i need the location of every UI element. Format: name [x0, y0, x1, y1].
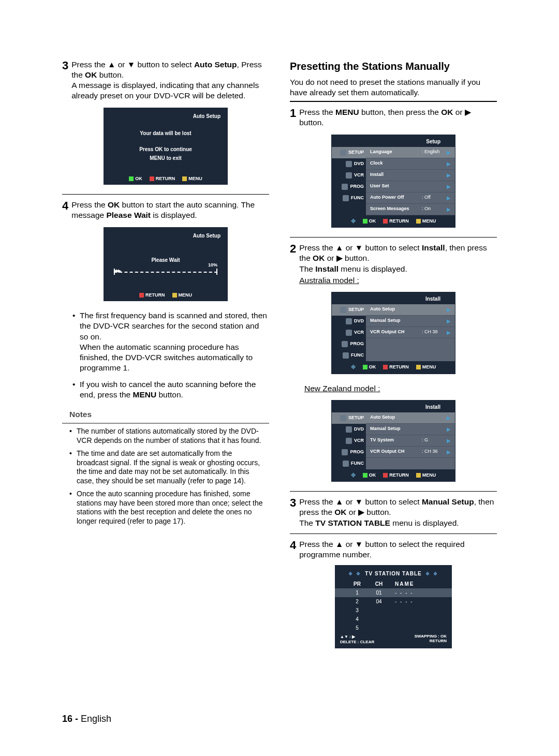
osd-menu-row: VCR Output CH: CH 38▶	[366, 327, 455, 338]
divider	[290, 533, 497, 534]
osd-footer: ✥ OK RETURN MENU	[332, 361, 455, 374]
osd-menu-row: VCR Output CH: CH 36▶	[366, 447, 455, 458]
osd-menu-row: Clock▶	[366, 158, 455, 170]
table-row: 4	[335, 615, 452, 624]
osd-footer: OK RETURN MENU	[104, 173, 228, 185]
osd-menu-row: Manual Setup▶	[366, 316, 455, 327]
down-icon: ▼	[355, 243, 363, 252]
left-column: 3 Press the ▲ or ▼ button to select Auto…	[62, 60, 269, 648]
osd-line: Please Wait	[111, 257, 220, 263]
step-number: 3	[290, 497, 296, 528]
table-title: ❖ ❖ TV STATION TABLE ❖ ❖	[335, 568, 452, 580]
osd-menu-row: User Set▶	[366, 181, 455, 192]
progress-bar: 10% ▶▶▶	[114, 268, 217, 273]
return-icon	[150, 176, 154, 181]
osd-tab: DVD	[332, 316, 366, 327]
nav-icon: ✥	[351, 218, 356, 225]
osd-tab: PROG	[332, 447, 366, 458]
bullet-list: The first frequency band is scanned and …	[72, 310, 269, 400]
step-number: 4	[62, 200, 68, 220]
menu-icon	[172, 293, 177, 298]
nav-icon: ✥	[351, 364, 356, 370]
divider	[62, 194, 269, 195]
progress-percent: 10%	[208, 262, 217, 269]
osd-setup-menu: Setup SETUPDVDVCRPROGFUNC Language: Engl…	[331, 135, 455, 228]
osd-line: Press OK to continue	[111, 146, 220, 153]
osd-please-wait: Auto Setup Please Wait 10% ▶▶▶ RETURN ME…	[104, 227, 228, 302]
table-row: 5	[335, 624, 452, 632]
osd-menu-row: Auto Setup▶	[366, 412, 455, 424]
osd-tab: SETUP	[332, 304, 366, 316]
bullet-item: If you wish to cancel the auto scanning …	[72, 379, 269, 400]
osd-tab: SETUP	[332, 147, 366, 158]
osd-title: Auto Setup	[111, 232, 220, 239]
table-row: 204- - - -	[335, 597, 452, 606]
osd-menu-row: Install▶	[366, 170, 455, 181]
page-footer: 16 - English	[62, 713, 111, 725]
divider	[290, 237, 497, 238]
left-step-3: 3 Press the ▲ or ▼ button to select Auto…	[62, 60, 269, 101]
menu-icon	[416, 219, 421, 224]
osd-tab: FUNC	[332, 350, 366, 361]
up-icon: ▲	[335, 243, 343, 252]
down-icon: ▼	[127, 60, 135, 69]
notes-heading: Notes	[69, 409, 269, 420]
right-step-3: 3 Press the ▲ or ▼ button to select Manu…	[290, 497, 497, 528]
text: button to select	[135, 60, 194, 69]
osd-menu-row: TV System: G▶	[366, 435, 455, 447]
text: Press the	[71, 200, 108, 209]
text-bold: OK	[108, 200, 120, 209]
menu-icon	[182, 176, 187, 181]
osd-menu-row: Manual Setup▶	[366, 424, 455, 435]
osd-tab: DVD	[332, 424, 366, 435]
down-icon: ▼	[355, 540, 363, 549]
osd-title: Install	[332, 401, 455, 412]
table-row: 101- - - -	[335, 588, 452, 597]
osd-footer: ✥ OK RETURN MENU	[332, 215, 455, 228]
table-row: 3	[335, 606, 452, 615]
text-bold: OK	[85, 70, 97, 79]
text: or	[115, 60, 127, 69]
osd-menu-row: Auto Setup▶	[366, 304, 455, 316]
down-icon: ▼	[355, 497, 363, 506]
up-icon: ▲	[108, 60, 115, 69]
bullet-item: The first frequency band is scanned and …	[72, 310, 269, 373]
right-icon: ▶	[358, 508, 364, 516]
model-label: New Zealand model :	[304, 383, 497, 394]
osd-tab: PROG	[332, 338, 366, 350]
text: button.	[97, 70, 124, 79]
step-number: 3	[62, 60, 68, 101]
table-footer: ▲▼ : ▶ DELETE : CLEAR SWAPPING : OK RETU…	[335, 632, 452, 646]
osd-footer: RETURN MENU	[104, 289, 228, 302]
osd-line: MENU to exit	[111, 155, 220, 161]
intro-text: You do not need to preset the stations m…	[290, 77, 497, 98]
right-icon: ▶	[336, 254, 343, 262]
osd-tab: VCR	[332, 435, 366, 447]
right-column: Presetting the Stations Manually You do …	[290, 60, 497, 648]
osd-menu-row: Screen Messages: On▶	[366, 204, 455, 215]
osd-tab: DVD	[332, 158, 366, 170]
right-step-4: 4 Press the ▲ or ▼ button to select the …	[290, 539, 497, 560]
text: is displayed.	[151, 211, 197, 219]
text: Press the	[71, 60, 108, 69]
osd-title: Install	[332, 292, 455, 304]
note-item: The number of stations automatically sto…	[67, 427, 264, 445]
table-header: PR CH NAME	[335, 580, 452, 588]
right-icon: ▶	[465, 108, 471, 116]
right-step-1: 1 Press the MENU button, then press the …	[290, 107, 497, 128]
left-step-4: 4 Press the OK button to start the auto …	[62, 200, 269, 220]
osd-install-newzealand: Install SETUPDVDVCRPROGFUNC Auto Setup▶M…	[331, 400, 455, 482]
osd-tab: FUNC	[332, 458, 366, 469]
osd-install-australia: Install SETUPDVDVCRPROGFUNC Auto Setup▶M…	[331, 292, 455, 374]
note-item: Once the auto scanning procedure has fin…	[67, 490, 264, 526]
step-number: 1	[290, 107, 296, 128]
step-number: 4	[290, 539, 296, 560]
section-heading: Presetting the Stations Manually	[290, 60, 497, 73]
nav-icon: ✥	[351, 472, 356, 479]
notes-list: The number of stations automatically sto…	[62, 427, 269, 526]
return-icon	[139, 293, 144, 298]
osd-menu-row: Auto Power Off: Off▶	[366, 192, 455, 204]
right-step-2: 2 Press the ▲ or ▼ button to select Inst…	[290, 243, 497, 286]
ok-icon	[129, 176, 134, 181]
step-number: 2	[290, 243, 296, 286]
